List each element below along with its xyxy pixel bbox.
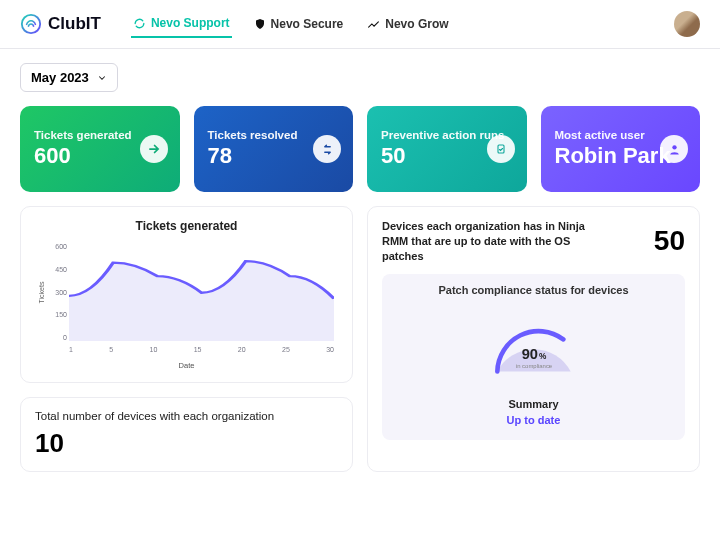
svg-text:90%: 90% (521, 345, 546, 361)
refresh-icon (133, 17, 146, 30)
chart-title: Tickets generated (35, 219, 338, 233)
kpi-preventive-runs: Preventive action runs 50 (367, 106, 527, 192)
line-chart (69, 243, 334, 341)
svg-point-2 (672, 145, 676, 149)
arrow-circle-icon (140, 135, 168, 163)
tab-nevo-support[interactable]: Nevo Support (131, 10, 232, 38)
tab-label: Nevo Support (151, 16, 230, 30)
svg-text:in compliance: in compliance (515, 362, 552, 368)
devices-uptodate-row: Devices each organization has in Ninja R… (382, 219, 685, 264)
tab-label: Nevo Grow (385, 17, 448, 31)
summary: Summary Up to date (392, 398, 675, 426)
tab-nevo-secure[interactable]: Nevo Secure (252, 10, 346, 38)
summary-header: Summary (392, 398, 675, 410)
nav-tabs: Nevo Support Nevo Secure Nevo Grow (131, 10, 451, 38)
devices-total-panel: Total number of devices with each organi… (20, 397, 353, 472)
kpi-tickets-generated: Tickets generated 600 (20, 106, 180, 192)
month-filter[interactable]: May 2023 (20, 63, 118, 92)
x-axis-ticks: 1 5 10 15 20 25 30 (69, 346, 334, 353)
fingerprint-icon (20, 13, 42, 35)
gauge: 90% in compliance (392, 304, 675, 384)
devices-uptodate-value: 50 (654, 225, 685, 257)
topbar: ClubIT Nevo Support Nevo Secure Nevo Gro… (0, 0, 720, 49)
tab-label: Nevo Secure (271, 17, 344, 31)
y-axis-ticks: 600 450 300 150 0 (45, 243, 67, 341)
user-icon (660, 135, 688, 163)
swap-icon (313, 135, 341, 163)
chart-area: Tickets 600 450 300 150 0 1 5 (35, 239, 338, 359)
devices-uptodate-label: Devices each organization has in Ninja R… (382, 219, 592, 264)
brand-text: ClubIT (48, 14, 101, 34)
month-label: May 2023 (31, 70, 89, 85)
patch-title: Patch compliance status for devices (392, 284, 675, 296)
clipboard-check-icon (487, 135, 515, 163)
panel-value: 10 (35, 428, 338, 459)
patch-panel: Devices each organization has in Ninja R… (367, 206, 700, 472)
summary-link[interactable]: Up to date (507, 414, 561, 426)
patch-compliance-box: Patch compliance status for devices 90% … (382, 274, 685, 440)
tickets-chart-panel: Tickets generated Tickets 600 450 300 15… (20, 206, 353, 383)
svg-rect-1 (498, 145, 504, 153)
panel-label: Total number of devices with each organi… (35, 410, 338, 422)
x-axis-label: Date (35, 361, 338, 370)
kpi-tickets-resolved: Tickets resolved 78 (194, 106, 354, 192)
chevron-down-icon (97, 73, 107, 83)
kpi-row: Tickets generated 600 Tickets resolved 7… (20, 106, 700, 192)
tab-nevo-grow[interactable]: Nevo Grow (365, 10, 450, 38)
gauge-icon: 90% in compliance (479, 304, 589, 384)
trend-icon (367, 18, 380, 31)
left-col: Tickets generated Tickets 600 450 300 15… (20, 206, 353, 472)
main-grid: Tickets generated Tickets 600 450 300 15… (20, 206, 700, 472)
shield-icon (254, 18, 266, 30)
avatar[interactable] (674, 11, 700, 37)
kpi-most-active-user: Most active user Robin Park (541, 106, 701, 192)
logo: ClubIT (20, 13, 101, 35)
page: May 2023 Tickets generated 600 Tickets r… (0, 49, 720, 492)
